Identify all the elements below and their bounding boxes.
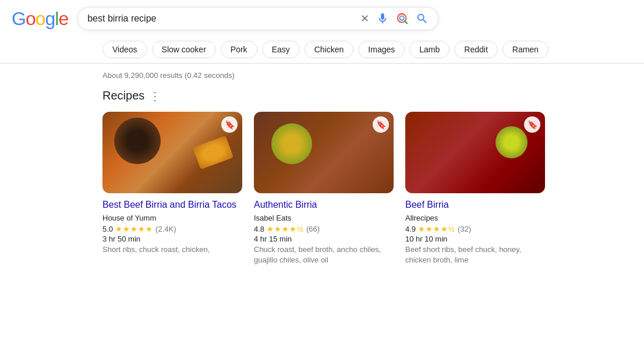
chips-row: VideosSlow cookerPorkEasyChickenImagesLa… (0, 36, 644, 63)
chip-ramen[interactable]: Ramen (503, 41, 549, 58)
chip-lamb[interactable]: Lamb (409, 41, 450, 58)
bookmark-icon[interactable]: 🔖 (373, 116, 389, 133)
recipe-title[interactable]: Authentic Birria (254, 199, 394, 211)
svg-point-3 (401, 15, 403, 17)
recipe-time: 3 hr 50 min (102, 235, 242, 243)
rating-value: 5.0 (102, 225, 113, 233)
results-meta: About 9,290,000 results (0.42 seconds) (0, 64, 644, 84)
recipe-image[interactable]: 🔖 (254, 112, 394, 193)
logo-o2: o (36, 8, 45, 30)
recipe-title[interactable]: Beef Birria (405, 199, 545, 211)
chip-pork[interactable]: Pork (221, 41, 257, 58)
logo-g2: g (45, 8, 55, 30)
rating-value: 4.9 (405, 225, 416, 233)
bookmark-icon[interactable]: 🔖 (221, 116, 238, 133)
recipe-time: 4 hr 15 min (254, 235, 394, 243)
recipe-rating: 4.8 ★★★★½ (66) (254, 225, 394, 233)
google-logo: G o o g l e (12, 8, 68, 30)
more-options-icon[interactable]: ⋮ (149, 90, 162, 102)
recipe-rating: 4.9 ★★★★½ (32) (405, 225, 545, 233)
rating-count: (32) (458, 225, 471, 233)
chip-images[interactable]: Images (358, 41, 405, 58)
logo-g: G (12, 8, 26, 30)
recipe-card: 🔖 Best Beef Birria and Birria Tacos Hous… (102, 112, 242, 265)
chip-videos[interactable]: Videos (102, 41, 147, 58)
mic-icon[interactable] (376, 12, 389, 25)
search-bar: ✕ (77, 7, 438, 30)
logo-e: e (58, 8, 68, 30)
search-icon-group: ✕ (360, 12, 429, 25)
logo-o1: o (26, 8, 36, 30)
recipe-image[interactable]: 🔖 (102, 112, 242, 193)
recipe-cards: 🔖 Best Beef Birria and Birria Tacos Hous… (102, 112, 632, 265)
chip-slow-cooker[interactable]: Slow cooker (152, 41, 216, 58)
rating-count: (66) (306, 225, 320, 233)
header: G o o g l e ✕ (0, 0, 644, 36)
recipes-section: Recipes ⋮ 🔖 Best Beef Birria and Birria … (0, 84, 644, 277)
recipe-title[interactable]: Best Beef Birria and Birria Tacos (102, 199, 242, 211)
chip-easy[interactable]: Easy (262, 41, 300, 58)
recipes-header: Recipes ⋮ (102, 89, 632, 102)
lens-icon[interactable] (396, 12, 409, 25)
recipe-source: Allrecipes (405, 214, 545, 222)
recipe-ingredients: Beef short ribs, beef chuck, honey, chic… (405, 244, 545, 265)
recipe-source: Isabel Eats (254, 214, 394, 222)
recipe-card: 🔖 Authentic Birria Isabel Eats 4.8 ★★★★½… (254, 112, 394, 265)
recipe-image[interactable]: 🔖 (405, 112, 545, 193)
section-title: Recipes (102, 89, 144, 102)
stars: ★★★★½ (418, 225, 455, 233)
recipe-ingredients: Chuck roast, beef broth, ancho chiles, g… (254, 244, 394, 265)
chip-reddit[interactable]: Reddit (454, 41, 497, 58)
recipe-rating: 5.0 ★★★★★ (2.4K) (102, 225, 242, 233)
bookmark-icon[interactable]: 🔖 (524, 116, 540, 133)
recipe-card: 🔖 Beef Birria Allrecipes 4.9 ★★★★½ (32) … (405, 112, 545, 265)
rating-value: 4.8 (254, 225, 264, 233)
clear-icon[interactable]: ✕ (360, 12, 369, 25)
search-input[interactable] (87, 13, 355, 24)
recipe-time: 10 hr 10 min (405, 235, 545, 243)
stars: ★★★★½ (267, 225, 304, 233)
chip-chicken[interactable]: Chicken (305, 41, 354, 58)
search-submit-icon[interactable] (416, 12, 429, 25)
rating-count: (2.4K) (155, 225, 176, 233)
stars: ★★★★★ (115, 225, 153, 233)
recipe-source: House of Yumm (102, 214, 242, 222)
svg-line-2 (405, 21, 407, 23)
recipe-ingredients: Short ribs, chuck roast, chicken, (102, 244, 242, 255)
